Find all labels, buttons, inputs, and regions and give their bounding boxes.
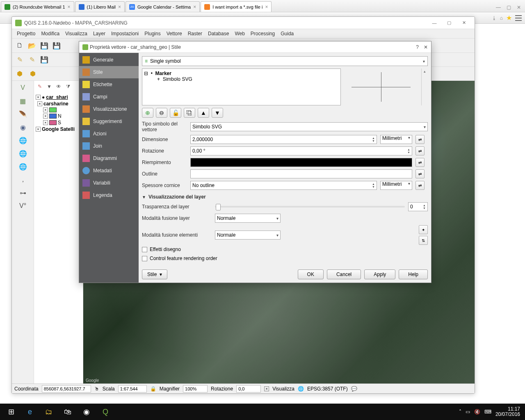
spessore-unit-combo[interactable]: Millimetri	[380, 181, 412, 190]
add-symbol-button[interactable]: ⊕	[142, 108, 153, 118]
fill-color-button[interactable]	[190, 158, 412, 167]
window-close-icon[interactable]: ✕	[457, 18, 471, 27]
window-close-icon[interactable]: ✕	[517, 5, 521, 10]
open-project-icon[interactable]: 📂	[27, 40, 37, 51]
layer-item[interactable]: ×	[36, 107, 81, 113]
close-icon[interactable]: ×	[265, 4, 268, 10]
sidebar-item-join[interactable]: Join	[79, 140, 139, 152]
volume-icon[interactable]: 🔇	[474, 409, 480, 415]
menu-icon[interactable]	[515, 15, 522, 21]
apply-button[interactable]: Apply	[364, 269, 395, 279]
rotazione-field[interactable]: 0,00 °▲▼	[190, 146, 412, 155]
chrome-icon[interactable]: ◉	[77, 404, 96, 420]
layer-item[interactable]: × ● car_shari	[36, 94, 81, 100]
checkbox-icon[interactable]: ×	[43, 120, 48, 125]
spessore-field[interactable]: No outline▲▼	[190, 181, 377, 190]
lock-icon[interactable]: 🔒	[150, 386, 156, 392]
menu-plugins[interactable]: Plugins	[142, 30, 163, 37]
save-as-icon[interactable]: 💾	[51, 40, 62, 51]
menu-modifica[interactable]: Modifica	[39, 30, 62, 37]
raster-layer-icon[interactable]: ▦	[18, 96, 28, 106]
battery-icon[interactable]: ▭	[466, 409, 470, 415]
checkbox-icon[interactable]: ×	[43, 107, 48, 112]
menu-progetto[interactable]: Progetto	[14, 30, 38, 37]
tray-up-icon[interactable]: ˄	[459, 409, 461, 415]
coord-field[interactable]	[42, 385, 91, 393]
menu-layer[interactable]: Layer	[91, 30, 108, 37]
window-restore-icon[interactable]: ▢	[507, 5, 511, 10]
blend-layer-combo[interactable]: Normale	[215, 214, 281, 223]
ok-button[interactable]: OK	[298, 269, 324, 279]
edge-icon[interactable]: e	[21, 404, 39, 420]
browser-tab[interactable]: 20Google Calendar - Settima×	[126, 1, 200, 12]
dimensione-field[interactable]: 2,000000▲▼	[190, 135, 377, 144]
data-defined-button[interactable]: ⇄	[415, 169, 425, 178]
pencil-icon[interactable]: ✎	[27, 55, 37, 65]
effects-checkbox[interactable]	[142, 247, 147, 252]
filter-icon[interactable]: ▼	[45, 82, 53, 91]
close-icon[interactable]: ×	[118, 4, 121, 10]
help-button[interactable]: Help	[399, 269, 428, 279]
data-defined-button[interactable]: ⇄	[415, 146, 425, 155]
symbol-type-combo[interactable]: ≡ Single symbol ▾	[142, 56, 428, 66]
symbol-tree[interactable]: ⊟ • Marker + Simbolo SVG	[142, 68, 341, 105]
close-icon[interactable]: ×	[68, 4, 71, 10]
node-icon[interactable]: ⊶	[18, 187, 28, 198]
window-minimize-icon[interactable]: —	[496, 5, 501, 10]
sidebar-item-etichette[interactable]: Etichette	[79, 78, 139, 91]
dialog-titlebar[interactable]: Proprietà vettore - car_sharing_geo | St…	[79, 41, 431, 53]
globe-wcs-icon[interactable]: 🌐	[18, 148, 28, 159]
menu-impostazioni[interactable]: Impostazioni	[109, 30, 141, 37]
menu-web[interactable]: Web	[232, 30, 247, 37]
scale-field[interactable]	[118, 385, 147, 393]
move-down-button[interactable]: ▼	[212, 108, 223, 118]
home-icon[interactable]: ⌂	[500, 15, 503, 21]
add-layer-icon[interactable]: ⬢	[14, 68, 25, 79]
move-up-button[interactable]: ▲	[198, 108, 209, 118]
duplicate-symbol-button[interactable]: ⿻	[184, 108, 195, 118]
start-button[interactable]: ⊞	[2, 404, 21, 420]
menu-processing[interactable]: Processing	[248, 30, 277, 37]
sidebar-item-azioni[interactable]: Azioni	[79, 128, 139, 140]
sidebar-item-metadati[interactable]: Metadati	[79, 164, 139, 177]
manage-layers-icon[interactable]: ⬢	[27, 68, 38, 79]
menu-visualizza[interactable]: Visualizza	[63, 30, 90, 37]
style-icon[interactable]: ✎	[36, 82, 44, 91]
sidebar-item-legenda[interactable]: Legenda	[79, 189, 139, 201]
layer-item[interactable]: × Google Satelli	[36, 126, 81, 132]
ordering-checkbox[interactable]	[142, 256, 147, 261]
sidebar-item-suggerimenti[interactable]: Suggerimenti	[79, 115, 139, 128]
outline-color-button[interactable]	[190, 169, 412, 178]
comma-icon[interactable]: ，	[18, 174, 28, 185]
globe-wms-icon[interactable]: 🌐	[18, 135, 28, 146]
lock-symbol-button[interactable]: 🔓	[170, 108, 181, 118]
ordering-config-button[interactable]: ⇅	[419, 236, 428, 245]
help-icon[interactable]: ?	[416, 44, 419, 50]
sidebar-item-visualizzazione[interactable]: Visualizzazione	[79, 103, 139, 115]
transparency-slider[interactable]	[215, 206, 405, 208]
sidebar-item-generale[interactable]: Generale	[79, 54, 139, 66]
save-project-icon[interactable]: 💾	[39, 40, 50, 51]
menu-raster[interactable]: Raster	[185, 30, 205, 37]
scrollbar[interactable]: ▴	[421, 68, 428, 105]
save-edits-icon[interactable]: 💾	[39, 55, 50, 65]
vector-layer-icon[interactable]: V	[18, 82, 28, 93]
menu-guida[interactable]: Guida	[278, 30, 296, 37]
sidebar-item-campi[interactable]: Campi	[79, 91, 139, 103]
qgis-titlebar[interactable]: QGIS 2.16.0-Nødebo - MAPPA_CARSHARING — …	[12, 17, 475, 29]
checkbox-icon[interactable]: ×	[43, 114, 48, 119]
checkbox-icon[interactable]: ×	[37, 101, 42, 106]
crs-icon[interactable]: 🌐	[298, 386, 304, 392]
database-icon[interactable]: ◉	[18, 122, 28, 132]
menu-vettore[interactable]: Vettore	[164, 30, 185, 37]
data-defined-button[interactable]: ⇄	[415, 135, 425, 144]
virtual-layer-icon[interactable]: V°	[18, 201, 28, 211]
keyboard-icon[interactable]: ⌨	[484, 409, 491, 415]
layer-rendering-header[interactable]: Visualizzazione del layer	[142, 194, 428, 200]
mouse-icon[interactable]: 🖱	[94, 386, 99, 392]
effects-config-button[interactable]: ✦	[419, 225, 428, 234]
window-restore-icon[interactable]: ▢	[442, 18, 457, 27]
globe-wfs-icon[interactable]: 🌐	[18, 161, 28, 172]
system-clock[interactable]: 11:17 20/07/2016	[495, 406, 520, 417]
render-checkbox[interactable]: ×	[264, 386, 269, 391]
